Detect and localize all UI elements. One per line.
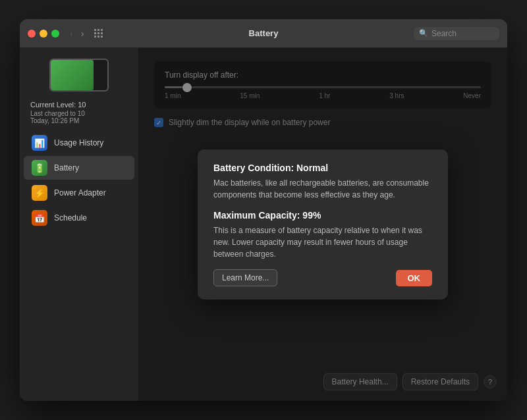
sidebar-label-usage-history: Usage History xyxy=(54,138,103,147)
titlebar: ‹ › Battery 🔍 Search xyxy=(20,19,507,48)
system-preferences-window: ‹ › Battery 🔍 Search Current Level: 10 xyxy=(20,19,507,401)
battery-icon-container xyxy=(20,59,138,92)
minimize-button[interactable] xyxy=(40,30,47,38)
sidebar-label-power-adapter: Power Adapter xyxy=(54,188,106,197)
search-icon: 🔍 xyxy=(419,29,428,38)
battery-level-label: Current Level: 10 xyxy=(30,101,128,109)
battery-info: Current Level: 10 Last charged to 10 Tod… xyxy=(20,101,138,124)
battery-icon: 🔋 xyxy=(32,160,47,176)
back-button[interactable]: ‹ xyxy=(67,27,76,40)
battery-condition-modal: Battery Condition: Normal Mac batteries,… xyxy=(198,149,448,300)
battery-bump xyxy=(108,70,109,80)
search-placeholder: Search xyxy=(431,29,457,38)
capacity-text: This is a measure of battery capacity re… xyxy=(213,224,432,260)
sidebar-label-battery: Battery xyxy=(54,163,79,172)
sidebar-item-schedule[interactable]: 📅 Schedule xyxy=(24,206,134,230)
schedule-icon: 📅 xyxy=(32,210,47,226)
forward-button[interactable]: › xyxy=(78,27,87,40)
sidebar-item-usage-history[interactable]: 📊 Usage History xyxy=(24,131,134,155)
close-button[interactable] xyxy=(28,30,36,38)
main-content: Current Level: 10 Last charged to 10 Tod… xyxy=(20,48,507,401)
battery-fill xyxy=(51,60,94,90)
battery-charged-label: Last charged to 10 xyxy=(30,110,128,117)
usage-history-icon: 📊 xyxy=(32,135,47,151)
sidebar-item-power-adapter[interactable]: ⚡ Power Adapter xyxy=(24,181,134,205)
window-title: Battery xyxy=(249,28,279,38)
capacity-title: Maximum Capacity: 99% xyxy=(213,210,432,221)
grid-icon[interactable] xyxy=(94,29,105,38)
right-panel: Turn display off after: 1 min 15 min 1 h… xyxy=(138,48,507,401)
condition-title: Battery Condition: Normal xyxy=(213,163,432,173)
sidebar-label-schedule: Schedule xyxy=(54,213,87,223)
battery-time-label: Today, 10:26 PM xyxy=(30,117,128,124)
traffic-lights xyxy=(28,30,59,38)
power-adapter-icon: ⚡ xyxy=(32,185,47,201)
maximize-button[interactable] xyxy=(51,30,59,38)
search-box[interactable]: 🔍 Search xyxy=(414,27,499,40)
sidebar: Current Level: 10 Last charged to 10 Tod… xyxy=(20,48,138,401)
sidebar-item-battery[interactable]: 🔋 Battery xyxy=(24,156,134,180)
modal-overlay: Battery Condition: Normal Mac batteries,… xyxy=(138,48,507,401)
ok-button[interactable]: OK xyxy=(396,270,433,286)
condition-text: Mac batteries, like all rechargeable bat… xyxy=(213,177,432,201)
modal-actions: Learn More... OK xyxy=(213,269,432,286)
battery-visual xyxy=(49,59,109,92)
learn-more-button[interactable]: Learn More... xyxy=(213,269,277,286)
nav-buttons: ‹ › xyxy=(67,27,86,40)
